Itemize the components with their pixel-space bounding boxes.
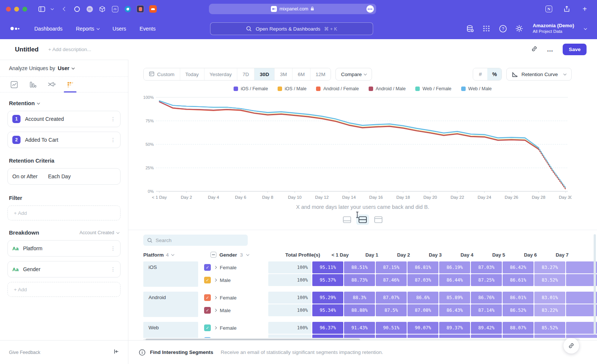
compare-button[interactable]: Compare [335, 68, 372, 81]
retention-value-cell[interactable]: 87.03% [407, 274, 438, 286]
data-management-icon[interactable] [466, 24, 475, 33]
retention-value-cell[interactable]: 90.54% [376, 335, 407, 338]
column-header-day-5[interactable]: Day 5 [483, 252, 514, 258]
give-feedback-link[interactable]: Give Feedback [9, 350, 40, 355]
vertical-scrollbar[interactable] [594, 234, 596, 334]
minimize-window-button[interactable] [14, 7, 19, 12]
retention-value-cell[interactable]: 87.5% [376, 304, 407, 316]
retention-value-cell[interactable]: 89.37% [439, 322, 470, 334]
retention-chart[interactable]: 0%25%50%75%100%< 1 DayDay 2Day 4Day 6Day… [139, 93, 597, 203]
copy-link-icon[interactable] [531, 46, 538, 54]
retention-value-cell[interactable]: 87.15% [376, 261, 407, 273]
retention-value-cell[interactable]: 87.07% [376, 292, 407, 304]
mixpanel-logo-icon[interactable] [10, 27, 19, 30]
breakdown-scope-select[interactable]: Account Created [79, 230, 119, 235]
new-tab-icon[interactable]: + [580, 4, 590, 14]
legend-item-android-male[interactable]: Android / Male [369, 86, 406, 91]
retention-value-cell-clipped[interactable] [566, 292, 597, 304]
column-header-day-2[interactable]: Day 2 [388, 252, 419, 258]
step-card-added-to-cart[interactable]: 2 Added To Cart ⋮ [7, 132, 121, 148]
expand-row-icon[interactable] [214, 279, 217, 282]
retention-value-cell[interactable]: 85.52% [534, 322, 565, 334]
retention-value-cell[interactable]: 90.07% [407, 322, 438, 334]
global-search-button[interactable]: Open Reports & Dashboards ⌘ + K [210, 22, 373, 35]
more-options-icon[interactable]: … [547, 46, 554, 53]
extension-m-icon[interactable]: m [85, 4, 94, 14]
close-window-button[interactable] [6, 7, 11, 12]
criteria-frequency[interactable]: Each Day [48, 173, 71, 179]
retention-value-cell[interactable]: 89.42% [471, 322, 502, 334]
retention-value-cell[interactable]: 85.67% [534, 335, 565, 338]
expand-row-icon[interactable] [214, 266, 217, 269]
address-bar[interactable]: mixpanel.com ••• [209, 4, 376, 14]
retention-section-header[interactable]: Retention [0, 100, 128, 106]
range-yesterday[interactable]: Yesterday [204, 68, 238, 80]
view-chart-focus-icon[interactable] [341, 214, 353, 225]
retention-value-cell[interactable]: 83.01% [534, 292, 565, 304]
retention-value-cell[interactable]: 86.81% [407, 261, 438, 273]
column-header-day-1[interactable]: Day 1 [356, 252, 387, 258]
expand-row-icon[interactable] [214, 326, 217, 329]
retention-value-cell[interactable]: 83.22% [534, 304, 565, 316]
tab-insights[interactable] [7, 77, 22, 92]
step-card-account-created[interactable]: 1 Account Created ⋮ [7, 111, 121, 127]
nav-item-dashboards[interactable]: Dashboards [34, 26, 63, 32]
retention-value-cell[interactable]: 88.07% [503, 322, 534, 334]
view-split-icon[interactable] [356, 214, 369, 225]
report-description-placeholder[interactable]: + Add description... [48, 47, 91, 52]
column-header-1-day[interactable]: < 1 Day [325, 252, 356, 258]
tab-retention[interactable] [63, 77, 78, 92]
extension-soundcloud-icon[interactable] [148, 4, 158, 14]
page-actions-icon[interactable]: ••• [366, 5, 374, 13]
maximize-window-button[interactable] [22, 7, 27, 12]
retention-value-cell[interactable]: 88.51% [344, 261, 375, 273]
percent-mode-button[interactable]: % [487, 68, 501, 80]
extension-record-icon[interactable] [135, 4, 145, 14]
retention-value-cell[interactable]: 86.01% [503, 292, 534, 304]
apps-grid-icon[interactable] [482, 24, 491, 33]
project-switcher[interactable]: Amazonia {Demo} All Project Data [533, 23, 574, 34]
column-header-platform[interactable]: Platform 4 [143, 252, 210, 258]
retention-value-cell[interactable]: 88.3% [344, 292, 375, 304]
retention-value-cell-clipped[interactable] [566, 335, 597, 338]
range-12m[interactable]: 12M [310, 68, 331, 80]
legend-item-web-male[interactable]: Web / Male [461, 86, 492, 91]
add-breakdown-button[interactable]: + Add [7, 282, 121, 297]
step-menu-icon[interactable]: ⋮ [110, 116, 116, 122]
retention-value-cell[interactable]: 87.03% [471, 261, 502, 273]
nav-item-users[interactable]: Users [113, 26, 126, 32]
retention-value-cell[interactable]: 96.37% [312, 322, 343, 334]
chart-type-button[interactable]: Retention Curve [506, 68, 572, 81]
expand-row-icon[interactable] [214, 309, 217, 312]
retention-value-cell[interactable]: 86.19% [439, 261, 470, 273]
extension-browser-icon[interactable] [123, 4, 132, 14]
retention-value-cell[interactable]: 95.11% [312, 261, 343, 273]
table-search-input[interactable] [156, 238, 238, 243]
back-icon[interactable] [59, 4, 69, 14]
criteria-qualifier[interactable]: On or After [12, 173, 38, 179]
checkbox-ios-female[interactable]: ✓ [204, 264, 211, 271]
retention-value-cell[interactable]: 88.73% [344, 274, 375, 286]
tab-funnels[interactable] [25, 77, 40, 92]
notion-icon[interactable]: N [544, 4, 554, 14]
retention-value-cell[interactable]: 95.37% [312, 274, 343, 286]
report-title[interactable]: Untitled [15, 46, 38, 53]
retention-value-cell[interactable]: 86.61% [503, 274, 534, 286]
checkbox-android-female[interactable]: ✓ [204, 294, 211, 301]
retention-value-cell[interactable]: 91.43% [344, 322, 375, 334]
settings-gear-icon[interactable] [515, 24, 524, 33]
share-link-fab[interactable] [563, 338, 579, 354]
retention-value-cell[interactable]: 96.24% [312, 335, 343, 338]
legend-item-ios-male[interactable]: iOS / Male [278, 86, 306, 91]
sidebar-chevron-icon[interactable] [50, 4, 55, 14]
expand-row-icon[interactable] [214, 296, 217, 299]
retention-value-cell[interactable]: 95.34% [312, 304, 343, 316]
extension-ring-icon[interactable] [72, 4, 82, 14]
retention-value-cell-clipped[interactable] [566, 322, 597, 334]
retention-criteria-card[interactable]: On or After Each Day [7, 168, 121, 185]
save-button[interactable]: Save [563, 44, 587, 55]
range-7d[interactable]: 7D [237, 68, 254, 80]
nav-item-reports[interactable]: Reports [76, 26, 99, 32]
retention-value-cell[interactable]: 87.46% [376, 274, 407, 286]
legend-item-android-female[interactable]: Android / Female [316, 86, 359, 91]
